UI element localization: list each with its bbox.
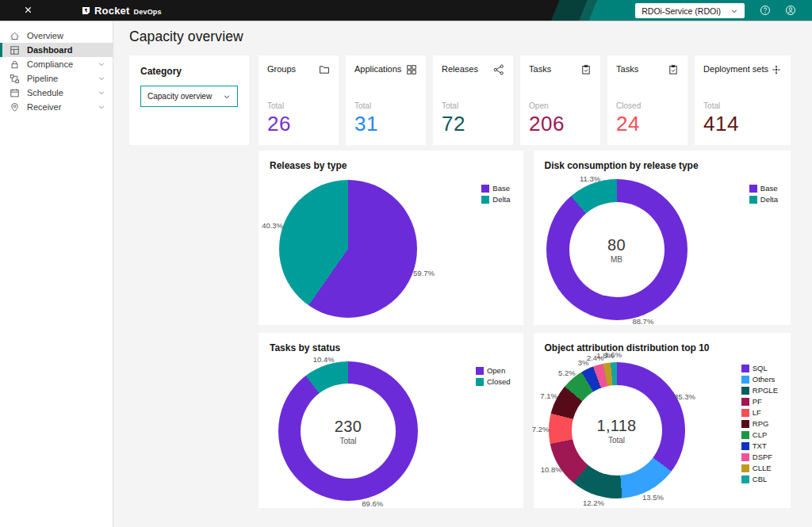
- home-icon: [10, 31, 20, 41]
- chart-releases-by-type: Releases by type BaseDelta 59.7%40.3%: [259, 151, 523, 325]
- legend-label: CLP: [753, 430, 767, 439]
- grid-icon: [406, 64, 417, 75]
- close-icon[interactable]: [22, 5, 34, 17]
- slice-label: 40.3%: [262, 220, 283, 229]
- chart-title: Object attribution distribution top 10: [545, 342, 780, 353]
- legend-item-sql[interactable]: SQL: [741, 364, 778, 372]
- legend-swatch: [741, 431, 749, 439]
- help-icon[interactable]: [759, 5, 771, 17]
- sidebar-item-receiver[interactable]: Receiver: [0, 100, 113, 114]
- stat-card-applications-total: ApplicationsTotal31: [346, 55, 426, 145]
- stat-card-title: Tasks: [616, 64, 638, 74]
- legend-label: SQL: [753, 364, 768, 372]
- legend-item-delta[interactable]: Delta: [481, 195, 510, 204]
- legend-item-rpg[interactable]: RPG: [741, 419, 778, 428]
- slice-label: 13.5%: [642, 493, 664, 502]
- legend-item-lf[interactable]: LF: [741, 408, 778, 417]
- stat-card-sublabel: Total: [354, 101, 371, 110]
- sidebar-item-dashboard[interactable]: Dashboard: [0, 43, 113, 57]
- legend-swatch: [741, 387, 749, 395]
- legend-label: CBL: [753, 475, 767, 483]
- legend-swatch: [741, 464, 749, 472]
- sidebar-item-pipeline[interactable]: Pipeline: [0, 71, 113, 86]
- legend-item-cbl[interactable]: CBL: [741, 475, 778, 483]
- service-selector[interactable]: RDOi-Service (RDOi): [635, 3, 745, 18]
- chevron-down-icon: [98, 103, 105, 111]
- legend-item-delta[interactable]: Delta: [749, 195, 778, 204]
- donut-center: 1,118Total: [572, 385, 662, 475]
- brand-name: Rocket: [94, 5, 130, 17]
- category-filter-card: Category Capacity overview: [129, 55, 249, 145]
- legend-swatch: [741, 420, 749, 428]
- legend-item-clle[interactable]: CLLE: [741, 464, 778, 472]
- pie[interactable]: [279, 180, 417, 318]
- legend-item-clp[interactable]: CLP: [741, 430, 778, 439]
- chart-legend: BaseDelta: [749, 184, 778, 204]
- legend-label: Base: [492, 184, 510, 193]
- rocket-logo-icon: [82, 6, 90, 15]
- legend-label: Others: [753, 375, 776, 384]
- sidebar-item-schedule[interactable]: Schedule: [0, 86, 113, 100]
- service-selector-value: RDOi-Service (RDOi): [642, 6, 721, 16]
- stat-card-title: Releases: [442, 64, 478, 74]
- sidebar-item-label: Compliance: [27, 57, 98, 71]
- chevron-down-icon: [730, 7, 738, 15]
- schedule-icon: [10, 88, 20, 98]
- stat-card-value: 206: [529, 112, 565, 136]
- network-icon: [493, 64, 504, 75]
- legend-swatch: [741, 475, 749, 483]
- chart-title: Disk consumption by release type: [545, 160, 780, 171]
- stat-card-title: Groups: [267, 64, 296, 74]
- sidebar: OverviewDashboardCompliancePipelineSched…: [0, 21, 113, 527]
- stat-card-sublabel: Total: [442, 101, 458, 110]
- summary-row: Category Capacity overview GroupsTotal26…: [129, 55, 791, 145]
- legend-item-base[interactable]: Base: [481, 184, 510, 193]
- donut-center: 80MB: [569, 202, 665, 297]
- legend-item-open[interactable]: Open: [476, 366, 511, 375]
- category-select[interactable]: Capacity overview: [140, 86, 238, 107]
- stat-card-title: Deployment sets: [703, 64, 768, 74]
- donut-center-value: 1,118: [596, 417, 636, 435]
- app-header: Rocket DevOps RDOi-Service (RDOi): [0, 0, 812, 21]
- donut-center-value: 80: [607, 236, 626, 254]
- stat-card-sublabel: Open: [529, 101, 548, 110]
- legend-item-others[interactable]: Others: [741, 375, 778, 384]
- legend-label: LF: [753, 408, 761, 417]
- chart-object-attribution: Object attribution distribution top 10 S…: [534, 333, 791, 508]
- slice-label: 10.4%: [313, 355, 335, 364]
- legend-item-pf[interactable]: PF: [741, 397, 778, 406]
- legend-item-txt[interactable]: TXT: [741, 441, 778, 450]
- stat-card-value: 26: [267, 112, 291, 136]
- stat-card-sublabel: Closed: [616, 101, 641, 110]
- pie-chart: BaseDelta 59.7%40.3%: [270, 173, 512, 322]
- legend-label: RPG: [753, 419, 769, 428]
- folder-icon: [319, 64, 330, 75]
- donut-center-label: Total: [608, 436, 625, 445]
- legend-item-base[interactable]: Base: [749, 184, 778, 193]
- stat-card-header: Applications: [354, 64, 417, 75]
- chart-legend: SQLOthersRPGLEPFLFRPGCLPTXTDSPFCLLECBL: [741, 364, 778, 483]
- chevron-down-icon: [98, 60, 105, 68]
- legend-swatch: [481, 185, 489, 193]
- slice-label: 10.8%: [541, 465, 562, 474]
- sidebar-item-compliance[interactable]: Compliance: [0, 57, 113, 71]
- legend-item-dspf[interactable]: DSPF: [741, 453, 778, 461]
- slice-label: 11.3%: [580, 174, 600, 182]
- sidebar-item-label: Dashboard: [27, 43, 105, 57]
- legend-label: DSPF: [753, 453, 772, 461]
- sidebar-item-overview[interactable]: Overview: [0, 29, 113, 43]
- donut-center-value: 230: [335, 418, 362, 436]
- stat-card-title: Applications: [354, 64, 401, 74]
- legend-label: Base: [760, 184, 778, 193]
- legend-swatch: [481, 196, 489, 204]
- legend-item-rpgle[interactable]: RPGLE: [741, 386, 778, 395]
- stat-card-tasks-closed: TasksClosed24: [607, 55, 688, 145]
- legend-label: RPGLE: [753, 386, 778, 395]
- donut-center-label: Total: [339, 437, 356, 445]
- category-select-value: Capacity overview: [147, 92, 212, 101]
- legend-swatch: [741, 398, 749, 406]
- user-icon[interactable]: [784, 5, 796, 17]
- sidebar-item-label: Schedule: [27, 86, 98, 100]
- dashboard-icon: [10, 45, 20, 55]
- legend-item-closed[interactable]: Closed: [476, 377, 511, 386]
